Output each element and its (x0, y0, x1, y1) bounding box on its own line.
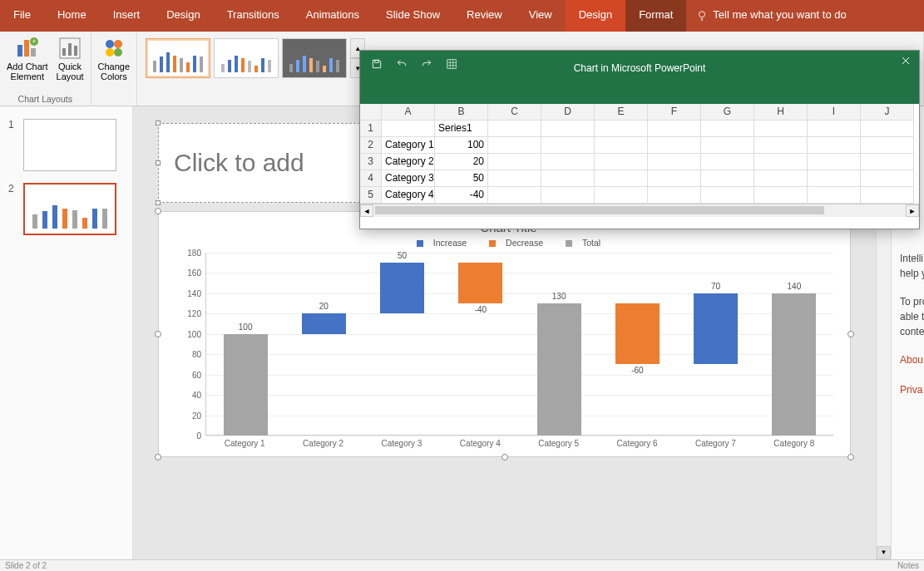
cell[interactable] (595, 121, 648, 137)
cell[interactable] (541, 154, 595, 170)
cell[interactable]: -40 (435, 187, 488, 204)
tab-chart-format[interactable]: Format (625, 0, 686, 32)
col-header[interactable]: A (382, 104, 435, 121)
tab-slideshow[interactable]: Slide Show (373, 0, 453, 32)
cell[interactable] (595, 137, 648, 154)
data-bar[interactable] (302, 313, 346, 333)
cell[interactable] (488, 187, 541, 204)
data-bar[interactable] (380, 263, 424, 313)
data-bar[interactable] (537, 303, 581, 436)
col-header[interactable]: D (541, 104, 595, 121)
cell[interactable] (541, 187, 595, 204)
cell[interactable] (861, 121, 914, 137)
about-link[interactable]: Abou (900, 354, 923, 366)
cell[interactable]: 50 (435, 170, 488, 187)
cell[interactable] (754, 170, 808, 187)
cell[interactable] (861, 137, 914, 154)
data-bar[interactable] (772, 293, 816, 436)
col-header[interactable]: J (861, 104, 914, 121)
cell[interactable] (648, 187, 701, 204)
chart-style-thumb-2[interactable] (214, 38, 279, 78)
cell[interactable] (701, 154, 754, 170)
sheet-hscrollbar[interactable]: ◄ ► (360, 204, 919, 217)
cell[interactable] (701, 170, 754, 187)
cell[interactable] (541, 170, 595, 187)
tab-design-main[interactable]: Design (153, 0, 213, 32)
cell[interactable] (541, 121, 595, 137)
cell[interactable] (648, 121, 701, 137)
col-header[interactable]: G (701, 104, 754, 121)
cell[interactable] (648, 137, 701, 154)
cell[interactable] (808, 170, 861, 187)
sheet-scroll-thumb[interactable] (375, 206, 824, 214)
data-bar[interactable] (224, 334, 268, 436)
cell[interactable]: Category 2 (382, 154, 435, 170)
tab-insert[interactable]: Insert (100, 0, 154, 32)
data-bar[interactable] (615, 303, 660, 364)
chart-data-editor[interactable]: Chart in Microsoft PowerPoint ABCDEFGHIJ… (359, 50, 920, 229)
tab-review[interactable]: Review (453, 0, 516, 32)
row-header[interactable]: 1 (360, 121, 382, 137)
data-bar[interactable] (458, 263, 502, 303)
cell[interactable]: Category 1 (382, 137, 435, 154)
cell[interactable] (754, 187, 808, 204)
sheet-scroll-left[interactable]: ◄ (360, 204, 373, 217)
scroll-down-button[interactable]: ▼ (877, 546, 891, 559)
chart-style-thumb-3[interactable] (282, 38, 347, 78)
cell[interactable]: Series1 (435, 121, 488, 137)
cell[interactable] (648, 170, 701, 187)
col-header[interactable]: H (754, 104, 808, 121)
row-header[interactable]: 4 (360, 170, 382, 187)
spreadsheet-grid[interactable]: ABCDEFGHIJ1Series12Category 11003Categor… (360, 104, 919, 204)
chart-legend[interactable]: Increase Decrease Total (184, 238, 833, 248)
cell[interactable] (595, 187, 648, 204)
redo-icon[interactable] (418, 56, 435, 72)
privacy-link[interactable]: Priva (900, 384, 922, 396)
sheet-scroll-right[interactable]: ► (906, 204, 919, 217)
col-header[interactable] (360, 104, 382, 121)
add-chart-element-button[interactable]: + Add Chart Element (5, 35, 50, 83)
cell[interactable] (754, 154, 808, 170)
slide-thumb-2[interactable]: 2 (8, 183, 124, 235)
cell[interactable] (595, 170, 648, 187)
cell[interactable] (488, 170, 541, 187)
cell[interactable] (861, 170, 914, 187)
cell[interactable] (488, 121, 541, 137)
edit-data-icon[interactable] (443, 56, 460, 72)
change-colors-button[interactable]: Change Colors (96, 35, 132, 83)
save-icon[interactable] (368, 56, 385, 72)
data-bar[interactable] (694, 293, 738, 365)
tab-transitions[interactable]: Transitions (214, 0, 293, 32)
tab-file[interactable]: File (0, 0, 44, 32)
cell[interactable] (808, 137, 861, 154)
col-header[interactable]: E (595, 104, 648, 121)
tell-me-search[interactable]: Tell me what you want to do (686, 0, 859, 32)
row-header[interactable]: 3 (360, 154, 382, 170)
col-header[interactable]: I (808, 104, 861, 121)
col-header[interactable]: B (435, 104, 488, 121)
col-header[interactable]: C (488, 104, 541, 121)
cell[interactable]: Category 4 (382, 187, 435, 204)
cell[interactable] (488, 137, 541, 154)
cell[interactable] (701, 137, 754, 154)
slide-thumb-1[interactable]: 1 (8, 119, 124, 171)
row-header[interactable]: 2 (360, 137, 382, 154)
cell[interactable]: 100 (435, 137, 488, 154)
cell[interactable] (701, 187, 754, 204)
chart-object[interactable]: Chart Title Increase Decrease Total 0204… (158, 211, 851, 457)
cell[interactable] (648, 154, 701, 170)
chart-plot-area[interactable]: 0204060801001201401601801002050-40130-60… (205, 253, 833, 436)
quick-layout-button[interactable]: Quick Layout (55, 35, 86, 83)
cell[interactable] (861, 154, 914, 170)
cell[interactable]: 20 (435, 154, 488, 170)
col-header[interactable]: F (648, 104, 701, 121)
cell[interactable] (808, 187, 861, 204)
tab-home[interactable]: Home (44, 0, 100, 32)
chart-style-gallery[interactable]: ▲ ▼ (142, 35, 368, 81)
close-icon[interactable] (901, 56, 911, 68)
row-header[interactable]: 5 (360, 187, 382, 204)
cell[interactable] (754, 121, 808, 137)
cell[interactable] (861, 187, 914, 204)
cell[interactable]: Category 3 (382, 170, 435, 187)
notes-toggle[interactable]: Notes (897, 561, 919, 570)
